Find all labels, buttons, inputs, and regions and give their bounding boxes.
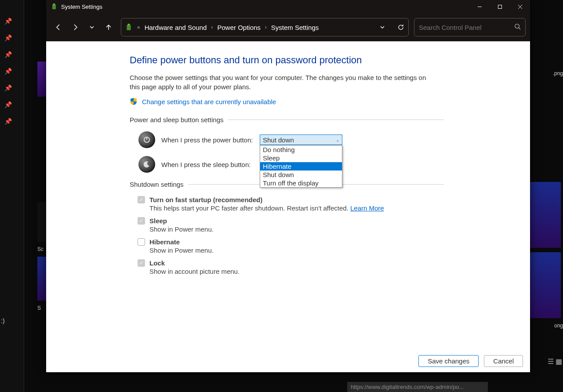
save-button[interactable]: Save changes (418, 355, 479, 367)
chevron-right-icon[interactable]: › (265, 24, 267, 30)
svg-rect-3 (498, 5, 501, 8)
chevron-down-icon: ⌄ (336, 138, 339, 142)
address-bar[interactable]: « Hardware and Sound › Power Options › S… (121, 18, 409, 36)
recent-dropdown-button[interactable] (84, 19, 100, 35)
minimize-button[interactable] (469, 0, 490, 13)
thumbnail-label: .png (530, 70, 563, 76)
power-button-icon (138, 131, 155, 148)
learn-more-link[interactable]: Learn More (350, 204, 384, 212)
page-description: Choose the power settings that you want … (130, 73, 437, 91)
lock-checkbox[interactable]: ✓ (138, 259, 145, 267)
pin-icon[interactable]: 📌 (4, 18, 12, 25)
dropdown-value: Shut down (263, 136, 294, 144)
chevron-right-icon[interactable]: › (211, 24, 213, 30)
window-title: System Settings (61, 4, 102, 10)
fast-startup-checkbox[interactable]: ✓ (138, 196, 145, 203)
svg-rect-0 (52, 4, 56, 9)
dropdown-option-shut-down[interactable]: Shut down (260, 171, 342, 179)
maximize-button[interactable] (490, 0, 510, 13)
dropdown-list: Do nothing Sleep Hibernate Shut down Tur… (260, 145, 342, 188)
footer: Save changes Cancel (46, 350, 530, 372)
desktop-thumbnails-right: .png ong (530, 70, 563, 352)
fast-startup-label: Turn on fast startup (recommended) (149, 196, 262, 203)
pinned-column: 📌 📌 📌 📌 📌 📌 📌 (4, 18, 12, 125)
pin-icon[interactable]: 📌 (4, 118, 12, 125)
up-button[interactable] (101, 19, 116, 35)
thumbnail-label: ong (530, 323, 563, 329)
sleep-checkbox[interactable]: ✓ (138, 217, 145, 225)
breadcrumb-overflow-icon[interactable]: « (137, 24, 140, 30)
svg-rect-7 (128, 24, 130, 25)
cancel-button[interactable]: Cancel (484, 355, 523, 367)
search-icon[interactable] (514, 23, 521, 31)
titlebar[interactable]: System Settings (46, 0, 530, 13)
smiley-text: :) (1, 317, 5, 324)
content-area: Define power buttons and turn on passwor… (46, 41, 530, 350)
fast-startup-desc: This helps start your PC faster after sh… (149, 204, 530, 212)
chevron-down-icon[interactable] (378, 23, 386, 31)
shield-icon (130, 98, 138, 105)
breadcrumb-item[interactable]: Hardware and Sound (145, 24, 207, 31)
desktop-thumbnail[interactable] (530, 252, 561, 318)
back-button[interactable] (51, 19, 66, 35)
hibernate-desc: Show in Power menu. (149, 247, 530, 254)
group-label: Power and sleep button settings (130, 116, 223, 123)
refresh-icon[interactable] (397, 23, 405, 31)
control-panel-window: System Settings (46, 0, 530, 372)
hibernate-checkbox[interactable] (138, 238, 145, 246)
sleep-label: Sleep (149, 217, 167, 225)
battery-icon (125, 23, 133, 31)
pin-icon[interactable]: 📌 (4, 51, 12, 58)
group-power-sleep: Power and sleep button settings (130, 116, 444, 123)
pin-icon[interactable]: 📌 (4, 34, 12, 41)
svg-point-8 (515, 24, 519, 28)
status-url: https://www.digitaltrends.com/wp-admin/p… (347, 382, 488, 392)
svg-rect-1 (53, 4, 55, 5)
sleep-button-icon (138, 156, 155, 173)
app-icon (51, 3, 58, 10)
toolbar: « Hardware and Sound › Power Options › S… (46, 13, 530, 41)
sleep-desc: Show in Power menu. (149, 225, 530, 233)
taskbar-strip: 📌 📌 📌 📌 📌 📌 📌 (0, 0, 24, 392)
power-button-dropdown[interactable]: Shut down ⌄ Do nothing Sleep Hibernate S… (260, 134, 342, 145)
sleep-button-label: When I press the sleep button: (161, 161, 254, 168)
view-mode-icons[interactable]: ☰ ▦ (548, 357, 562, 366)
page-title: Define power buttons and turn on passwor… (130, 54, 530, 66)
dropdown-option-turn-off-display[interactable]: Turn off the display (260, 179, 342, 187)
pin-icon[interactable]: 📌 (4, 68, 12, 75)
group-label: Shutdown settings (130, 181, 184, 188)
pin-icon[interactable]: 📌 (4, 101, 12, 108)
close-button[interactable] (510, 0, 530, 13)
hibernate-label: Hibernate (149, 238, 180, 246)
pin-icon[interactable]: 📌 (4, 84, 12, 91)
forward-button[interactable] (67, 19, 83, 35)
search-box[interactable] (414, 18, 526, 36)
change-settings-link[interactable]: Change settings that are currently unava… (142, 98, 276, 105)
search-input[interactable] (419, 24, 511, 31)
svg-line-9 (519, 28, 520, 29)
lock-label: Lock (149, 259, 165, 267)
dropdown-option-hibernate[interactable]: Hibernate (260, 162, 342, 171)
desktop-thumbnail[interactable] (530, 182, 561, 248)
power-button-label: When I press the power button: (161, 136, 254, 144)
svg-rect-6 (127, 25, 131, 30)
breadcrumb-item[interactable]: System Settings (271, 24, 319, 31)
breadcrumb-item[interactable]: Power Options (217, 24, 260, 31)
lock-desc: Show in account picture menu. (149, 268, 530, 275)
divider (228, 120, 444, 120)
dropdown-option-do-nothing[interactable]: Do nothing (260, 145, 342, 154)
dropdown-option-sleep[interactable]: Sleep (260, 154, 342, 162)
